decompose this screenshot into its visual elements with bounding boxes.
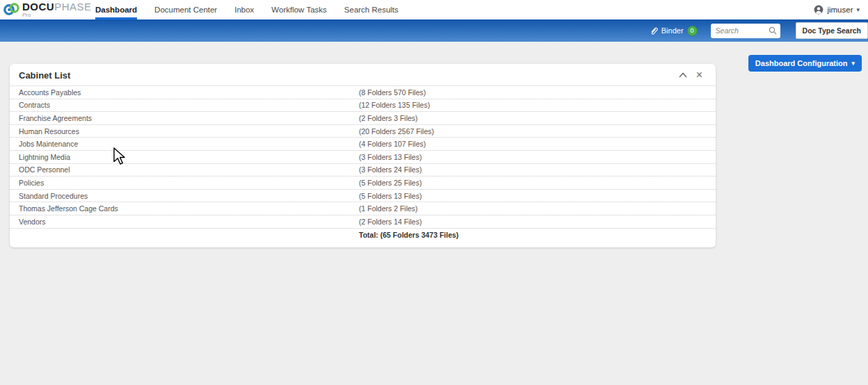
cabinet-count: (8 Folders 570 Files) bbox=[359, 88, 707, 97]
docuphase-logo[interactable]: DOCUPHASE Pro bbox=[3, 1, 92, 18]
search-box bbox=[711, 24, 780, 38]
cabinet-count: (12 Folders 135 Files) bbox=[359, 101, 707, 109]
top-header-bar: DOCUPHASE Pro Dashboard Document Center … bbox=[0, 0, 868, 19]
nav-tab-label: Workflow Tasks bbox=[271, 6, 326, 14]
docuphase-logo-icon bbox=[3, 1, 20, 18]
cabinet-row[interactable]: Thomas Jefferson Cage Cards (1 Folders 2… bbox=[10, 202, 716, 215]
cabinet-row[interactable]: Jobs Maintenance (4 Folders 107 Files) bbox=[10, 138, 716, 151]
cabinet-name: Vendors bbox=[19, 218, 359, 226]
paperclip-icon bbox=[650, 26, 658, 35]
cabinet-total-row: Total: (65 Folders 3473 Files) bbox=[10, 229, 716, 242]
dashboard-configuration-button[interactable]: Dashboard Configuration ▾ bbox=[748, 55, 862, 72]
binder-label: Binder bbox=[661, 26, 684, 35]
cabinet-count: (5 Folders 25 Files) bbox=[359, 179, 707, 187]
cabinet-row[interactable]: Standard Procedures (5 Folders 13 Files) bbox=[10, 190, 716, 203]
user-name: jimuser bbox=[827, 6, 853, 14]
doc-type-search-button[interactable]: Doc Type Search bbox=[796, 22, 868, 39]
cabinet-list-panel: Cabinet List × Accounts Payables (8 Fold… bbox=[10, 64, 716, 247]
cabinet-row[interactable]: ODC Personnel (3 Folders 24 Files) bbox=[10, 164, 716, 177]
nav-tab-label: Dashboard bbox=[95, 6, 137, 14]
cabinet-name: Jobs Maintenance bbox=[19, 140, 359, 148]
cabinet-row[interactable]: Accounts Payables (8 Folders 570 Files) bbox=[10, 86, 716, 99]
cabinet-list-header: Cabinet List × bbox=[10, 64, 716, 85]
search-icon[interactable] bbox=[769, 26, 777, 35]
cabinet-row[interactable]: Franchise Agreements (2 Folders 3 Files) bbox=[10, 112, 716, 125]
nav-tab-label: Inbox bbox=[234, 6, 254, 14]
dashboard-configuration-label: Dashboard Configuration bbox=[755, 59, 848, 67]
panel-title: Cabinet List bbox=[19, 70, 70, 81]
blue-toolbar: Binder 0 Doc Type Search bbox=[0, 19, 868, 42]
user-menu[interactable]: jimuser ▾ bbox=[814, 0, 860, 19]
nav-tab-label: Document Center bbox=[154, 6, 217, 14]
close-panel-icon[interactable]: × bbox=[696, 69, 702, 81]
cabinet-row[interactable]: Policies (5 Folders 25 Files) bbox=[10, 177, 716, 190]
cabinet-row[interactable]: Contracts (12 Folders 135 Files) bbox=[10, 99, 716, 113]
nav-tab-label: Search Results bbox=[344, 6, 399, 14]
logo-edition: Pro bbox=[22, 13, 92, 18]
cabinet-row[interactable]: Human Resources (20 Folders 2567 Files) bbox=[10, 125, 716, 138]
dashboard-configuration-caret-icon: ▾ bbox=[851, 60, 855, 67]
logo-text: DOCUPHASE Pro bbox=[22, 1, 92, 18]
user-avatar-icon bbox=[814, 5, 823, 15]
cabinet-row[interactable]: Lightning Media (3 Folders 13 Files) bbox=[10, 151, 716, 164]
nav-tab-dashboard[interactable]: Dashboard bbox=[95, 0, 137, 19]
cabinet-name: Standard Procedures bbox=[19, 192, 359, 200]
logo-brand-light: PHASE bbox=[54, 1, 91, 13]
nav-tab-document-center[interactable]: Document Center bbox=[154, 0, 217, 19]
cabinet-count: (5 Folders 13 Files) bbox=[359, 192, 707, 200]
cabinet-name: Policies bbox=[19, 179, 359, 187]
cabinet-count: (3 Folders 24 Files) bbox=[359, 165, 707, 174]
cabinet-count: (4 Folders 107 Files) bbox=[359, 140, 707, 148]
cabinet-count: (1 Folders 2 Files) bbox=[359, 204, 707, 213]
nav-tab-inbox[interactable]: Inbox bbox=[234, 0, 254, 19]
app-screen: DOCUPHASE Pro Dashboard Document Center … bbox=[0, 0, 868, 385]
cabinet-count: (2 Folders 3 Files) bbox=[359, 114, 707, 122]
cabinet-name: Contracts bbox=[19, 101, 359, 109]
cabinet-name: Accounts Payables bbox=[19, 88, 359, 97]
user-caret-icon: ▾ bbox=[856, 7, 860, 13]
cabinet-name: Franchise Agreements bbox=[19, 114, 359, 122]
main-nav: Dashboard Document Center Inbox Workflow… bbox=[95, 0, 399, 19]
nav-tab-workflow-tasks[interactable]: Workflow Tasks bbox=[271, 0, 326, 19]
cabinet-total: Total: (65 Folders 3473 Files) bbox=[359, 231, 458, 239]
binder-count-badge: 0 bbox=[687, 26, 698, 36]
binder-button[interactable]: Binder 0 bbox=[650, 26, 698, 36]
cabinet-name: Thomas Jefferson Cage Cards bbox=[19, 204, 359, 213]
cabinet-name: Lightning Media bbox=[19, 153, 359, 161]
logo-brand-bold: DOCU bbox=[22, 1, 54, 13]
cabinet-name: Human Resources bbox=[19, 127, 359, 136]
nav-tab-search-results[interactable]: Search Results bbox=[344, 0, 399, 19]
cabinet-row[interactable]: Vendors (2 Folders 14 Files) bbox=[10, 215, 716, 229]
cabinet-list-body: Accounts Payables (8 Folders 570 Files) … bbox=[10, 85, 716, 229]
cabinet-name: ODC Personnel bbox=[19, 165, 359, 174]
cabinet-count: (2 Folders 14 Files) bbox=[359, 218, 707, 226]
cabinet-count: (3 Folders 13 Files) bbox=[359, 153, 707, 161]
collapse-panel-icon[interactable] bbox=[679, 72, 687, 78]
cabinet-count: (20 Folders 2567 Files) bbox=[359, 127, 707, 136]
